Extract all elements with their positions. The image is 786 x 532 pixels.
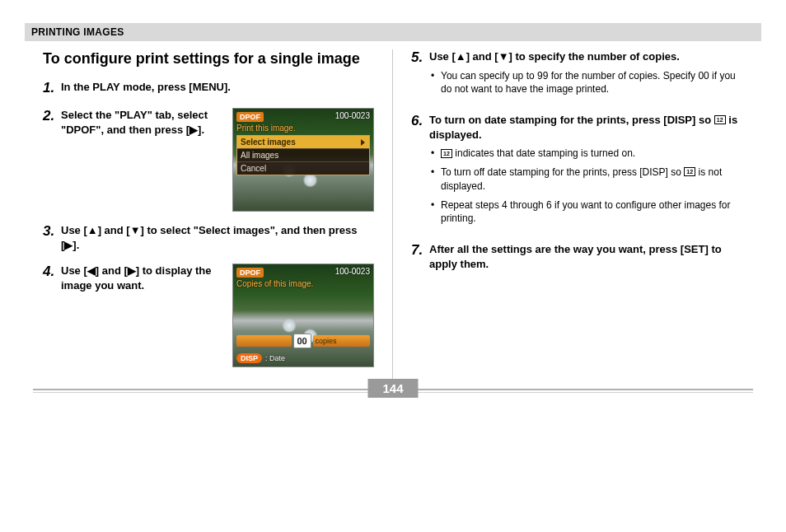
bullet-text: To turn off date stamping for the prints… (429, 166, 743, 194)
step-number: 3. (43, 223, 61, 252)
step-number: 2. (43, 108, 61, 212)
camera-screenshot-copies: DPOF 100-0023 Copies of this image. 00 c… (232, 264, 374, 367)
disp-button-icon: DISP (236, 353, 262, 363)
left-column: To configure print settings for a single… (25, 49, 393, 379)
date-stamp-icon: 12 (684, 167, 695, 176)
page-footer: 144 (25, 389, 761, 393)
file-number: 100-0023 (335, 111, 370, 120)
copies-label: copies (313, 335, 371, 347)
copies-count: 00 (293, 334, 311, 348)
copies-bar: 00 copies (236, 334, 370, 348)
dpof-menu: Select images All images Cancel (236, 135, 370, 175)
step-text: Select the "PLAY" tab, select "DPOF", an… (61, 108, 224, 137)
date-stamp-icon: 12 (441, 149, 452, 158)
step-5: 5. Use [▲] and [▼] to specify the number… (411, 49, 743, 101)
copies-bar-left (236, 335, 292, 347)
bullet-text: Repeat steps 4 through 6 if you want to … (429, 198, 743, 226)
page-number: 144 (367, 379, 418, 398)
step-6: 6. To turn on date stamping for the prin… (411, 113, 743, 231)
menu-item-select-images: Select images (237, 136, 369, 149)
dpof-tag: DPOF (236, 112, 264, 122)
menu-subtitle: Print this image. (236, 124, 370, 133)
step-text: To turn on date stamping for the prints,… (429, 113, 743, 142)
menu-item-all-images: All images (237, 149, 369, 162)
camera-screenshot-menu: DPOF 100-0023 Print this image. Select i… (232, 108, 374, 212)
step-text: After all the settings are the way you w… (429, 242, 743, 271)
right-column: 5. Use [▲] and [▼] to specify the number… (393, 49, 761, 379)
step-number: 4. (43, 264, 61, 367)
page-title: To configure print settings for a single… (43, 49, 374, 68)
menu-item-cancel: Cancel (237, 162, 369, 175)
step-text: Use [◀] and [▶] to display the image you… (61, 264, 224, 292)
dpof-tag: DPOF (236, 268, 264, 278)
step-3: 3. Use [▲] and [▼] to select "Select ima… (43, 223, 374, 252)
copies-subtitle: Copies of this image. (236, 279, 370, 288)
date-stamp-icon: 12 (714, 115, 726, 124)
section-header: PRINTING IMAGES (25, 23, 761, 41)
step-number: 7. (411, 242, 429, 271)
step-text: Use [▲] and [▼] to select "Select images… (61, 223, 374, 252)
step-text: Use [▲] and [▼] to specify the number of… (429, 49, 743, 64)
disp-label: : Date (265, 354, 285, 362)
step-number: 6. (411, 113, 429, 231)
step-4: 4. Use [◀] and [▶] to display the image … (43, 264, 374, 367)
step-2: 2. Select the "PLAY" tab, select "DPOF",… (43, 108, 374, 212)
step-number: 1. (43, 80, 61, 96)
bullet-text: 12 indicates that date stamping is turne… (429, 147, 743, 161)
disp-bar: DISP : Date (236, 353, 285, 363)
step-1: 1. In the PLAY mode, press [MENU]. (43, 80, 374, 96)
file-number: 100-0023 (335, 267, 370, 276)
step-number: 5. (411, 49, 429, 101)
step-7: 7. After all the settings are the way yo… (411, 242, 743, 271)
step-text: In the PLAY mode, press [MENU]. (61, 80, 374, 95)
bullet-text: You can specify up to 99 for the number … (429, 69, 743, 97)
